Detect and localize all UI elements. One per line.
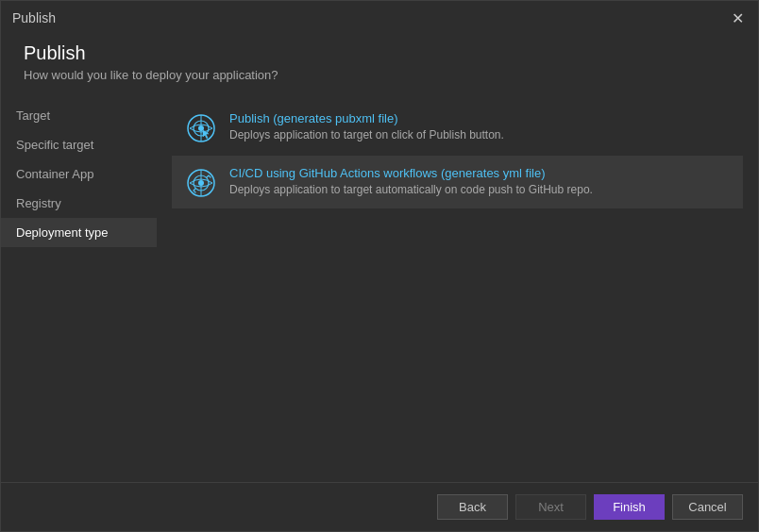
option-cicd-title: CI/CD using GitHub Actions workflows (ge… <box>229 166 593 180</box>
dialog-footer: Back Next Finish Cancel <box>1 482 758 531</box>
option-cicd-desc: Deploys application to target automatica… <box>229 183 593 196</box>
dialog-title: Publish <box>12 10 56 25</box>
sidebar-item-registry[interactable]: Registry <box>1 189 157 218</box>
title-bar: Publish ✕ <box>1 1 758 35</box>
page-title: Publish <box>24 42 735 64</box>
close-button[interactable]: ✕ <box>728 8 747 27</box>
dialog-body: Target Specific target Container App Reg… <box>1 93 758 482</box>
publish-dialog: Publish ✕ Publish How would you like to … <box>0 0 759 532</box>
sidebar-item-target[interactable]: Target <box>1 101 157 130</box>
option-publish-title: Publish (generates pubxml file) <box>229 111 504 125</box>
option-publish-desc: Deploys application to target on click o… <box>229 128 504 141</box>
sidebar-item-deployment-type[interactable]: Deployment type <box>1 218 157 247</box>
publish-icon <box>186 113 216 143</box>
page-subtitle: How would you like to deploy your applic… <box>24 68 735 82</box>
dialog-header: Publish How would you like to deploy you… <box>1 35 758 93</box>
cicd-icon <box>186 168 216 198</box>
option-cicd[interactable]: CI/CD using GitHub Actions workflows (ge… <box>172 156 743 208</box>
option-list: Publish (generates pubxml file) Deploys … <box>172 101 743 208</box>
option-publish[interactable]: Publish (generates pubxml file) Deploys … <box>172 101 743 154</box>
option-publish-text: Publish (generates pubxml file) Deploys … <box>229 111 504 141</box>
cancel-button[interactable]: Cancel <box>672 494 743 520</box>
main-content: Publish (generates pubxml file) Deploys … <box>157 93 758 482</box>
sidebar-item-container-app[interactable]: Container App <box>1 159 157 189</box>
next-button[interactable]: Next <box>515 494 586 520</box>
option-cicd-text: CI/CD using GitHub Actions workflows (ge… <box>229 166 593 196</box>
sidebar-item-specific-target[interactable]: Specific target <box>1 130 157 159</box>
back-button[interactable]: Back <box>437 494 508 520</box>
sidebar: Target Specific target Container App Reg… <box>1 93 157 482</box>
finish-button[interactable]: Finish <box>594 494 665 520</box>
